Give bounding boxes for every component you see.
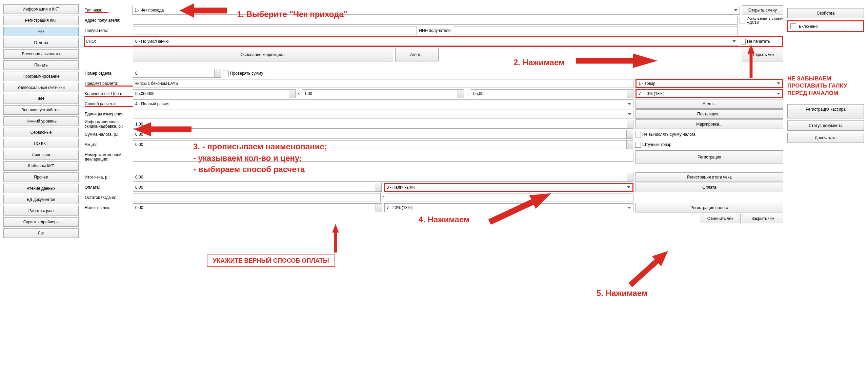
nav-scripts[interactable]: Скрипты драйвера [3,217,79,227]
method-label: Способ расчета: [85,101,133,106]
arrow-paynote-icon [332,224,339,253]
nav-print[interactable]: Печать [3,60,79,70]
nav-templates[interactable]: Шаблоны ККТ [3,161,79,171]
close-cheque-button[interactable]: Закрыть чек [743,214,783,223]
reg-total-button[interactable]: Регистрация итога чека [635,172,783,182]
anno-3: 3. - прописываем наименование; - указыва… [193,141,327,175]
nav-reports[interactable]: Отчеты [3,38,79,48]
vat-select[interactable]: 7 - 20% (18%) [635,89,783,98]
open-cheque-button[interactable]: Открыть чек [742,48,783,61]
check-sum-checkbox[interactable] [223,71,229,76]
sum-spinner[interactable]: 55,00 [471,89,633,98]
nav-cheque[interactable]: Чек [3,27,79,36]
taxchk-label: Налог на чек: [85,205,133,210]
reg-tax-button[interactable]: Регистрация налога [635,203,783,212]
payment-spinner[interactable]: 0,00 [133,183,382,192]
agent-top-button[interactable]: Агент... [395,48,439,61]
change-input[interactable] [386,193,633,202]
x-label: × [296,91,302,96]
enabled-label: Включено [799,24,817,29]
nav-reg-kkt[interactable]: Регистрация ККТ [3,16,79,25]
register-button[interactable]: Регистрация [635,150,783,164]
taxsum-spinner[interactable]: 0,00 [133,130,633,139]
units-label: Единицы измерения [85,112,133,116]
right-pane: Свойства Включено НЕ ЗАБЫВАЕМ ПРОСТАВИТЬ… [787,8,864,143]
discount-spinner[interactable]: 1,00 [133,120,633,129]
dopechatat-button[interactable]: Допечатать [787,133,864,143]
nav-info-kkt[interactable]: Информация о ККТ [3,4,79,14]
excise-label: Акциз: [85,142,133,147]
recipient-addr-input[interactable] [133,16,738,25]
customs-label: Номер таможенной декларации: [85,153,133,162]
main-form: Тип чека: 1 - Чек прихода Открыть смену … [85,5,783,224]
anno-2: 2. Нажимаем [513,58,565,67]
nav-service[interactable]: Сервисные [3,128,79,137]
method-select[interactable]: 4 - Полный расчет [133,99,633,108]
nav-low-level[interactable]: Нижний уровень [3,116,79,126]
units-select[interactable] [133,110,633,118]
open-shift-button[interactable]: Открыть смену [742,5,783,15]
payment-type-select[interactable]: 0 - Наличными [384,183,634,192]
arrow-5-icon [626,246,672,290]
nav-json[interactable]: Работа с json [3,206,79,216]
nocalctax-checkbox[interactable] [635,132,641,137]
nav-deposits[interactable]: Внесения / выплаты [3,49,79,59]
doc-status-button[interactable]: Статус документа [787,120,864,131]
nav-db-docs[interactable]: БД документов [3,195,79,204]
nav-licenses[interactable]: Лицензии [3,150,79,160]
discount-label: Информационная скидка/надбавка, р.: [85,120,133,129]
payment-note: УКАЖИТЕ ВЕРНЫЙ СПОСОБ ОПЛАТЫ [207,255,335,267]
eq-label: = [464,91,471,96]
properties-button[interactable]: Свойства [787,8,864,18]
nav-counters[interactable]: Универсальные счетчики [3,83,79,92]
cancel-cheque-button[interactable]: Отменить чек [700,214,741,223]
nav-other[interactable]: Прочее [3,172,79,182]
check-sum-label: Проверять сумму [230,71,263,76]
reg-cashier-button[interactable]: Регистрация кассира [787,104,864,118]
piece-label: Штучный товар [642,142,783,147]
dept-label: Номер отдела: [85,71,133,76]
nav-log[interactable]: Лог [3,228,79,238]
recipient-addr-label: Адрес получателя: [85,18,133,23]
agent-mid-button[interactable]: Агент... [635,99,783,109]
remainder-label: Остаток / Сдача: [85,195,133,200]
marking-button[interactable]: Маркировка... [635,119,783,129]
piece-checkbox[interactable] [635,142,641,148]
total-label: Итог чека, р.: [85,175,133,180]
qty-spinner[interactable]: 55,000000 [133,89,296,98]
sno-select[interactable]: 0 - По умолчанию [133,37,738,46]
nav-po-kkt[interactable]: ПО ККТ [3,139,79,148]
payment-label: Оплата: [85,185,133,190]
nav-read-data[interactable]: Чтение данных [3,184,79,193]
remainder-input[interactable] [133,193,381,202]
recipient-label: Получатель: [85,28,133,33]
noprint-checkbox[interactable] [740,39,746,44]
inn-label: ИНН получателя: [417,28,453,33]
enabled-checkbox[interactable] [790,23,796,29]
vat18-checkbox[interactable] [740,18,745,23]
anno-remember: НЕ ЗАБЫВАЕМ ПРОСТАВИТЬ ГАЛКУ ПЕРЕД НАЧАЛ… [787,75,864,97]
nav-ext-dev[interactable]: Внешние устройства [3,105,79,115]
vat18-label: Использовать ставку НДС18 [747,16,783,24]
anno-5: 5. Нажимаем [597,288,648,298]
supplier-button[interactable]: Поставщик... [635,109,783,119]
receipt-type-label: Тип чека: [85,8,108,13]
noprint-label: Не печатать [747,39,782,44]
recipient-input[interactable] [133,26,417,35]
price-spinner[interactable]: 1,00 [302,89,465,98]
item-type-select[interactable]: 1 - Товар [635,79,783,88]
inn-input[interactable] [454,26,738,35]
subject-label: Предмет расчета: [85,81,133,86]
subject-input[interactable] [133,79,633,88]
qty-price-label: Количество × Цена: [85,91,133,96]
dept-spinner[interactable]: 0 [133,69,221,78]
taxchk-spinner[interactable]: 0,00 [133,203,382,212]
left-nav: Информация о ККТ Регистрация ККТ Чек Отч… [3,4,79,238]
correction-basis-button[interactable]: Основание коррекции... [133,48,393,61]
slash-label: / [381,195,386,200]
nav-fn[interactable]: ФН [3,94,79,104]
sno-label: СНО: [85,39,133,44]
pay-button[interactable]: Оплата [635,183,783,192]
nocalctax-label: Не вычислять сумму налога [642,132,783,137]
nav-programming[interactable]: Программирование [3,72,79,81]
